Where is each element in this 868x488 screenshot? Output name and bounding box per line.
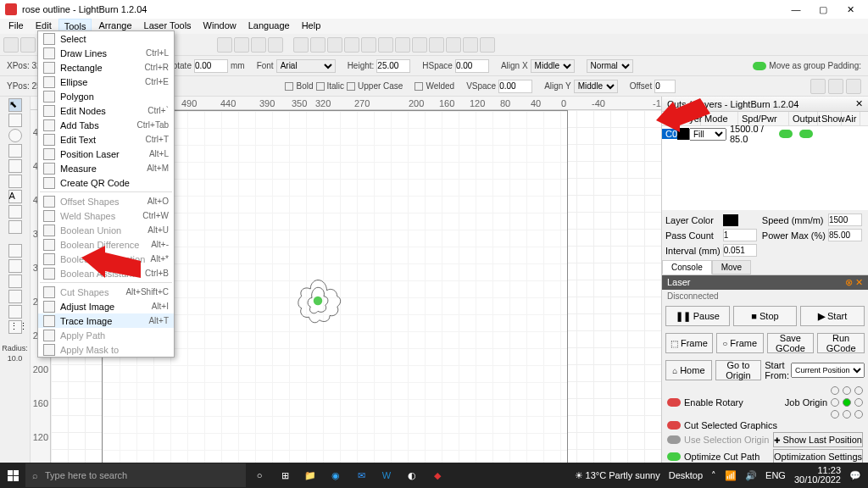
welded-check[interactable] [415,82,423,91]
tray-lang[interactable]: ENG [765,470,786,480]
menuitem-trace-image[interactable]: Trace ImageAlt+T [38,313,174,328]
menuitem-boolean-union[interactable]: Boolean UnionAlt+U [38,223,174,237]
minimize-button[interactable]: — [783,1,809,18]
style-select[interactable]: Normal [587,59,633,73]
pass-input[interactable] [723,229,757,241]
startfrom-select[interactable]: Current Position [791,363,865,378]
weld-tool[interactable] [8,259,22,273]
laser-close-icon[interactable]: ⊗ ✕ [845,277,863,288]
cuts-close-icon[interactable]: ✕ [855,98,863,109]
target-icon[interactable] [828,79,843,94]
offset-input[interactable] [654,80,676,93]
tab-console[interactable]: Console [662,260,712,274]
usesel-toggle[interactable] [667,435,681,444]
open-icon[interactable] [20,37,36,53]
align-center-icon[interactable] [310,37,326,53]
ellipse-tool[interactable] [8,129,22,142]
alignx-select[interactable]: Middle [531,59,575,73]
showlast-button[interactable]: ✚ Show Last Position [773,432,863,447]
hspace-input[interactable] [455,59,489,73]
tab-move[interactable]: Move [712,260,751,274]
mirror-h-icon[interactable] [412,37,427,53]
rotary-toggle[interactable] [667,398,681,407]
home-button[interactable]: ⌂ Home [665,360,712,380]
rose-image[interactable] [288,271,348,330]
cut-show-toggle[interactable] [799,130,813,138]
font-select[interactable]: Arial [276,59,336,73]
array-tool[interactable] [8,305,22,319]
align-left-icon[interactable] [293,37,309,53]
menuitem-draw-lines[interactable]: Draw LinesCtrl+L [38,46,174,60]
menuitem-create-qr-code[interactable]: Create QR Code [38,175,174,190]
task-word-icon[interactable]: W [375,463,398,487]
group-icon[interactable] [378,37,393,53]
maximize-button[interactable]: ▢ [810,1,836,18]
menuitem-rectangle[interactable]: RectangleCtrl+R [38,60,174,75]
distribute-icon[interactable] [361,37,376,53]
italic-check[interactable] [316,82,325,91]
rotate-icon[interactable] [446,37,461,53]
bold-check[interactable] [285,82,293,91]
menuitem-measure[interactable]: MeasureAlt+M [38,161,174,175]
menuitem-cut-shapes[interactable]: Cut ShapesAlt+Shift+C [38,285,174,299]
pen-tool[interactable] [8,175,22,188]
new-icon[interactable] [3,37,19,53]
goto-button[interactable]: Go to Origin [715,360,762,380]
tray-chevron-icon[interactable]: ˄ [711,470,716,481]
settings-icon[interactable] [234,37,249,53]
task-chrome-icon[interactable]: ◐ [400,463,424,487]
menuitem-add-tabs[interactable]: Add TabsCtrl+Tab [38,118,174,132]
offset-tool[interactable] [8,244,22,258]
home-icon[interactable] [846,79,861,94]
weather[interactable]: ☀ 13°C Partly sunny [575,470,660,481]
upper-check[interactable] [347,82,355,91]
rect-tool[interactable] [8,114,22,127]
line-tool[interactable] [8,159,22,173]
interval-input[interactable] [723,244,757,257]
start-button[interactable]: ▶ Start [800,306,865,326]
align-right-icon[interactable] [327,37,342,53]
polygon-tool[interactable] [8,144,22,158]
height-input[interactable] [376,59,410,73]
frame-button[interactable]: ⬚ Frame [665,333,713,353]
task-lightburn-icon[interactable]: ◆ [426,463,449,487]
grid-tool[interactable]: ⋮⋮⋮ [8,320,22,334]
tray-desktop[interactable]: Desktop [669,470,703,480]
select-tool[interactable]: ⬉ [8,98,22,112]
menu-window[interactable]: Window [198,19,242,34]
task-edge-icon[interactable]: ◉ [324,463,348,487]
menu-help[interactable]: Help [297,19,326,34]
wrench-icon[interactable] [268,37,283,53]
savegcode-button[interactable]: Save GCode [767,333,815,353]
rungcode-button[interactable]: Run GCode [817,333,865,353]
camera-icon[interactable] [217,37,232,53]
tray-date[interactable]: 30/10/2022 [794,475,841,485]
task-explorer-icon[interactable]: 📁 [298,463,322,487]
power-input[interactable] [828,229,862,241]
text-tool[interactable]: A [8,190,22,203]
menu-language[interactable]: Language [243,19,295,34]
aligny-select[interactable]: Middle [574,80,618,93]
layer-color-swatch[interactable] [723,214,738,226]
taskbar-search[interactable]: ⌕ Type here to search [25,463,246,487]
rotate-input[interactable] [194,59,228,73]
ungroup-icon[interactable] [395,37,410,53]
close-button[interactable]: ✕ [837,1,863,18]
align-top-icon[interactable] [344,37,359,53]
task-cortana-icon[interactable]: ○ [248,463,271,487]
start-button[interactable] [0,463,25,488]
menuitem-position-laser[interactable]: Position LaserAlt+L [38,147,174,161]
stop-button[interactable]: ■ Stop [733,306,798,326]
speed-input[interactable] [828,214,862,226]
pause-button[interactable]: ❚❚ Pause [665,306,730,326]
frame2-button[interactable]: ○ Frame [716,333,764,353]
menuitem-apply-path[interactable]: Apply Path [38,328,174,342]
task-mail-icon[interactable]: ✉ [349,463,373,487]
marker-tool[interactable] [8,205,22,219]
cut-output-toggle[interactable] [779,130,793,138]
tray-notif-icon[interactable]: 💬 [849,470,861,481]
mirror-v-icon[interactable] [429,37,444,53]
menuitem-ellipse[interactable]: EllipseCtrl+E [38,75,174,89]
menuitem-adjust-image[interactable]: Adjust ImageAlt+I [38,299,174,313]
menuitem-edit-text[interactable]: Edit TextCtrl+T [38,132,174,147]
